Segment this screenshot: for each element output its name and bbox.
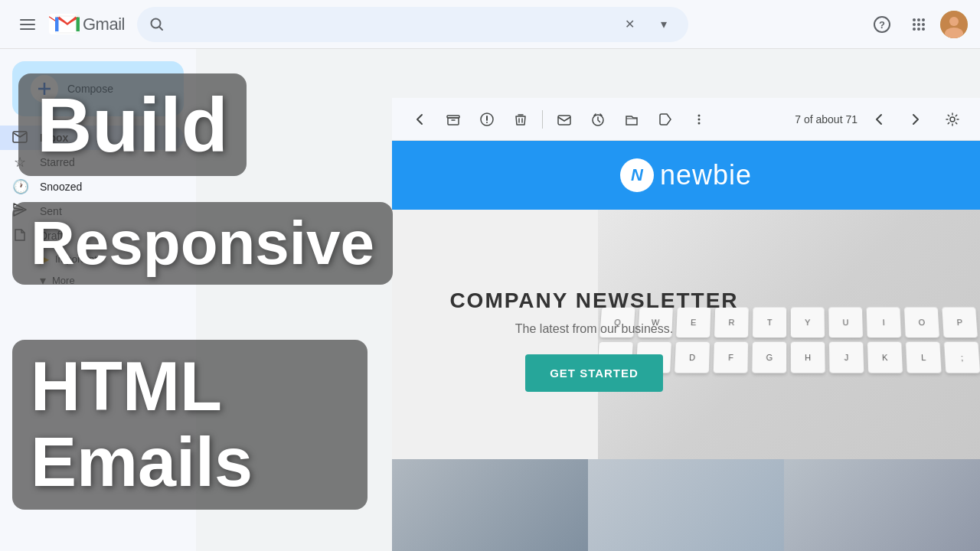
sidebar-item-snoozed[interactable]: 🕐 Snoozed [0,174,184,199]
starred-icon: ☆ [12,154,28,171]
svg-point-13 [922,23,925,26]
sidebar-item-drafts[interactable]: Drafts [0,223,184,248]
help-icon: ? [874,16,890,33]
newsletter-headline: COMPANY NEWSLETTER [449,289,738,313]
svg-point-9 [917,18,920,21]
avatar-image [940,11,968,38]
back-button[interactable] [404,104,435,135]
email-content: N newbie Q W E R T [392,141,980,551]
inbox-label: Inbox [40,132,68,144]
avatar[interactable] [940,11,968,38]
next-email-button[interactable] [900,104,931,135]
snooze-button[interactable] [583,104,613,135]
back-icon [412,112,427,127]
more-label: More [52,275,75,286]
more-chevron-icon: ▾ [40,273,46,288]
newsletter-preview: N newbie Q W E R T [392,141,980,551]
search-bar[interactable]: Responsive HTML Email Template ✕ ▾ [137,7,688,42]
delete-button[interactable] [505,104,536,135]
sidebar-nav: Inbox ☆ Starred 🕐 Snoozed Sent Drafts [0,122,196,294]
delete-icon [513,112,528,127]
snoozed-label: Snoozed [40,181,82,193]
settings-button[interactable] [937,104,968,135]
key-k: K [867,342,903,373]
key-t: T [753,308,786,337]
sidebar-item-important[interactable]: ▶ Important [0,248,196,269]
sidebar-item-more[interactable]: ▾ More [0,269,196,291]
sent-label: Sent [40,205,62,217]
right-panel: 7 of about 71 [196,49,980,551]
archive-icon [446,112,461,127]
svg-point-18 [949,17,959,26]
svg-rect-3 [55,17,59,31]
svg-point-29 [950,117,955,122]
drafts-label: Drafts [40,230,68,242]
key-u: U [829,308,864,337]
mark-unread-icon [557,112,572,127]
gmail-text: Gmail [83,15,125,34]
menu-icon [20,17,35,32]
key-g: G [753,342,787,373]
important-arrow-icon: ▶ [40,252,49,266]
more-actions-button[interactable] [684,104,714,135]
pagination-text: 7 of about 71 [795,113,858,126]
more-actions-icon [691,112,707,127]
svg-point-16 [922,28,925,31]
sidebar-item-inbox[interactable]: Inbox [0,126,184,150]
newsletter-logo-text: newbie [660,159,752,191]
newsletter-image-2 [588,459,784,551]
prev-email-button[interactable] [864,104,894,135]
compose-button[interactable]: Compose [12,61,184,116]
menu-button[interactable] [12,9,43,40]
key-l: L [906,342,942,373]
newsletter-header: N newbie [392,141,980,210]
starred-label: Starred [40,156,75,168]
newsletter-image-3 [784,459,980,551]
svg-rect-0 [20,19,35,21]
pagination: 7 of about 71 [795,104,968,135]
sent-icon [12,202,28,221]
help-button[interactable]: ? [867,9,897,40]
apps-button[interactable] [903,9,934,40]
sidebar-item-starred[interactable]: ☆ Starred [0,150,184,174]
svg-point-23 [486,122,488,123]
sidebar-item-sent[interactable]: Sent [0,199,184,223]
top-icons: ? [867,9,968,40]
newsletter-hero: Q W E R T Y U I O P A S D [392,210,980,470]
top-bar: Gmail Responsive HTML Email Template ✕ ▾… [0,0,980,49]
gmail-logo: Gmail [49,14,125,34]
prev-icon [871,112,887,127]
mark-unread-button[interactable] [549,104,580,135]
key-i: I [867,308,901,337]
svg-text:N: N [631,165,644,184]
key-semi: ; [945,342,980,373]
svg-point-28 [698,122,701,124]
newsletter-images-row [392,459,980,551]
key-j: J [829,342,864,373]
svg-point-10 [922,18,925,21]
inbox-icon [12,129,28,148]
key-p: P [942,308,978,337]
key-y: Y [791,308,825,337]
hero-text-block: COMPANY NEWSLETTER The latest from our b… [449,289,738,392]
key-o: O [905,308,940,337]
snoozed-icon: 🕐 [12,178,28,195]
newsletter-subtext: The latest from our business. [449,322,738,336]
search-options-button[interactable]: ▾ [652,12,676,37]
move-to-button[interactable] [616,104,647,135]
email-toolbar: 7 of about 71 [392,98,980,141]
archive-button[interactable] [438,104,469,135]
newsletter-cta-button[interactable]: GET STARTED [525,354,663,392]
svg-rect-4 [77,17,80,31]
label-button[interactable] [650,104,681,135]
spam-button[interactable] [472,104,502,135]
compose-label: Compose [67,83,113,95]
search-input[interactable]: Responsive HTML Email Template [174,18,609,31]
svg-text:?: ? [879,18,885,30]
newsletter-logo-icon: N [620,158,654,192]
svg-point-12 [917,23,920,26]
search-clear-button[interactable]: ✕ [618,12,642,37]
move-to-icon [624,112,639,127]
label-icon [658,112,673,127]
next-icon [908,112,923,127]
